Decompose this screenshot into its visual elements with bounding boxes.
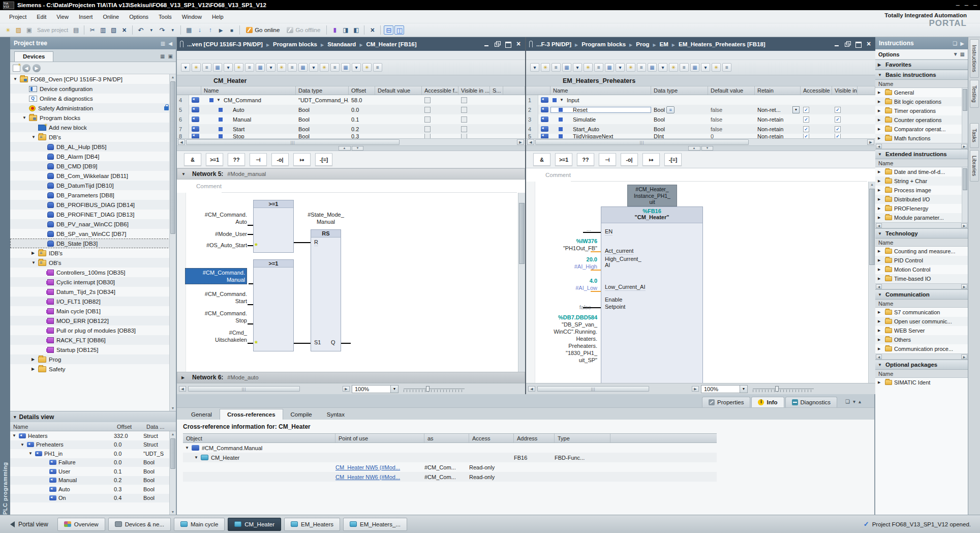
editor-window-button[interactable] xyxy=(515,41,522,47)
toolbar-icon[interactable] xyxy=(109,25,118,35)
expander-icon[interactable] xyxy=(32,367,38,371)
tree-item[interactable]: Pull or plug of modules [OB83] xyxy=(10,325,176,335)
details-row[interactable]: Auto 0.3 Bool xyxy=(10,485,176,494)
breadcrumb-item[interactable]: ...ven [CPU 1516F-3 PN/DP] xyxy=(187,41,263,47)
instruction-folder[interactable]: Communication proce... xyxy=(875,344,968,353)
fbd-palette-item[interactable]: >=1 xyxy=(555,153,572,166)
table-canvas-splitter[interactable]: ▲▼ xyxy=(526,146,875,151)
portal-view-button[interactable]: Portal view xyxy=(5,519,53,530)
editor-window-button[interactable] xyxy=(505,41,511,47)
expander-icon[interactable] xyxy=(28,451,35,456)
chevron-down-icon[interactable]: ▼ xyxy=(792,106,800,113)
section-favorites[interactable]: Favorites xyxy=(875,60,968,70)
tree-item[interactable]: Safety xyxy=(10,364,176,374)
instruction-folder[interactable]: Process image xyxy=(875,186,968,195)
accessible-checkbox[interactable] xyxy=(424,134,431,138)
tree-item[interactable]: IDB's xyxy=(10,248,176,258)
side-tab[interactable]: Tasks xyxy=(970,123,979,148)
add-device-icon[interactable] xyxy=(13,65,20,72)
operand-act-current[interactable]: %IW376 "PH1Out_FB" xyxy=(526,238,597,252)
toolbar-icon[interactable] xyxy=(216,25,226,35)
editor-toolbar-icon[interactable] xyxy=(330,63,340,72)
scroll-left-icon[interactable]: ◀ xyxy=(527,139,534,145)
var-data-type[interactable]: Bool xyxy=(296,107,349,113)
instruction-folder[interactable]: SIMATIC Ident xyxy=(875,378,968,387)
editor-toolbar-icon[interactable] xyxy=(256,63,265,72)
section-optional-packages[interactable]: Optional packages xyxy=(875,360,968,370)
taskbar-editor-button[interactable]: EM_Heaters_... xyxy=(343,518,407,531)
go-online-button[interactable]: Go online xyxy=(243,27,283,33)
var-default[interactable]: false xyxy=(708,107,755,113)
tree-item[interactable]: DB_Alarm [DB4] xyxy=(10,152,176,161)
tree-item[interactable]: DB_PROFINET_DIAG [DB13] xyxy=(10,210,176,219)
pin-r[interactable]: R xyxy=(314,239,318,246)
canvas-vscrollbar[interactable]: ▲ xyxy=(868,182,875,383)
back-icon[interactable]: ◀ xyxy=(22,64,30,72)
var-retain[interactable]: Non-retain xyxy=(757,134,783,138)
table-hscrollbar[interactable]: ◀ ||| ▶ xyxy=(177,138,525,146)
tree-item[interactable]: Add new block xyxy=(10,123,176,132)
accessible-checkbox[interactable] xyxy=(424,126,431,132)
col-data-type[interactable]: Data type xyxy=(296,86,349,95)
instruction-folder[interactable]: String + Char xyxy=(875,176,968,186)
instruction-folder[interactable]: Motion Control xyxy=(875,265,968,274)
accessible-checkbox[interactable] xyxy=(803,107,809,113)
var-default[interactable]: false xyxy=(708,116,755,123)
expander-icon[interactable] xyxy=(32,357,38,362)
filter-icon[interactable]: ▼ xyxy=(953,51,958,57)
interface-row[interactable]: 6 Manual Bool 0.1 xyxy=(177,114,525,124)
details-row[interactable]: User 0.1 Bool xyxy=(10,467,176,476)
editor-toolbar-icon[interactable] xyxy=(648,63,657,72)
expander-icon[interactable] xyxy=(878,380,883,384)
editor-toolbar-icon[interactable] xyxy=(722,63,731,72)
value-selector-icon[interactable]: ≡ xyxy=(666,106,675,113)
editor-toolbar-icon[interactable] xyxy=(605,63,614,72)
left-context-strip[interactable]: PLC programming xyxy=(0,37,10,515)
editor-toolbar-icon[interactable] xyxy=(541,63,550,72)
menu-item[interactable]: Insert xyxy=(74,12,98,22)
pin-q[interactable]: Q xyxy=(331,339,335,345)
interface-row[interactable]: 5 TijdVrijgaveNext DInt≡ 0 Non-retain▼ xyxy=(526,134,875,138)
toolbar-icon[interactable] xyxy=(368,25,377,35)
cross-reference-row[interactable]: CM_Heater FB16 FBD-Func... xyxy=(183,453,717,462)
float-icon[interactable]: ❏ xyxy=(953,41,957,46)
collapse-down-icon[interactable]: ▾ xyxy=(853,399,855,404)
scroll-left-icon[interactable]: ◀ xyxy=(178,139,185,145)
var-name[interactable]: Manual xyxy=(233,116,251,123)
collapse-left-icon[interactable]: ◀ xyxy=(168,41,172,46)
toolbar-icon[interactable] xyxy=(98,25,108,35)
chevron-down-icon[interactable]: ▼ xyxy=(390,386,398,393)
accessible-checkbox[interactable] xyxy=(424,107,431,113)
editor-window-button[interactable] xyxy=(855,41,862,47)
editor-toolbar-icon[interactable] xyxy=(373,63,382,72)
table-canvas-splitter[interactable]: ▲▼ xyxy=(177,146,525,151)
interface-row[interactable]: 4 CM_Command "UDT_Command_H... 58.0 xyxy=(177,95,525,105)
instruction-folder[interactable]: Open user communic... xyxy=(875,317,968,326)
editor-toolbar-icon[interactable] xyxy=(616,63,625,72)
expander-icon[interactable] xyxy=(878,268,883,272)
tree-item[interactable]: DB_State [DB3] xyxy=(10,239,176,248)
cross-reference-row[interactable]: CM_Heater NW6 (#Mod... #CM_Com... Read-o… xyxy=(183,472,717,482)
var-retain[interactable]: Non-retain xyxy=(757,126,783,132)
editor-toolbar-icon[interactable] xyxy=(712,63,721,72)
expander-icon[interactable] xyxy=(22,115,29,120)
details-row[interactable]: On 0.4 Bool xyxy=(10,494,176,503)
toolbar-icon[interactable] xyxy=(87,25,97,35)
editor-toolbar-icon[interactable] xyxy=(352,63,361,72)
expander-icon[interactable] xyxy=(878,258,883,262)
expander-icon[interactable] xyxy=(12,433,19,438)
fbd-palette-item[interactable]: & xyxy=(184,153,201,166)
operand-state-mode-manual[interactable]: #State_Mode_Manual xyxy=(299,211,353,225)
col-data-type[interactable]: Data type xyxy=(651,86,708,95)
canvas-vscrollbar[interactable] xyxy=(518,193,525,372)
tree-item[interactable]: OB's xyxy=(10,258,176,268)
expander-icon[interactable] xyxy=(878,118,883,122)
tree-item[interactable]: Main cycle [OB1] xyxy=(10,306,176,316)
toolbar-icon[interactable] xyxy=(330,25,340,35)
editor-toolbar-icon[interactable] xyxy=(202,63,211,72)
editor-toolbar-icon[interactable] xyxy=(213,63,222,72)
tree-item[interactable]: Cyclic interrupt [OB30] xyxy=(10,277,176,287)
interface-row[interactable]: 3 Simulatie Bool≡ false Non-retain▼ xyxy=(526,114,875,124)
operand-mode-user[interactable]: #Mode_User xyxy=(186,230,247,238)
section-scrollbar[interactable] xyxy=(962,167,968,222)
